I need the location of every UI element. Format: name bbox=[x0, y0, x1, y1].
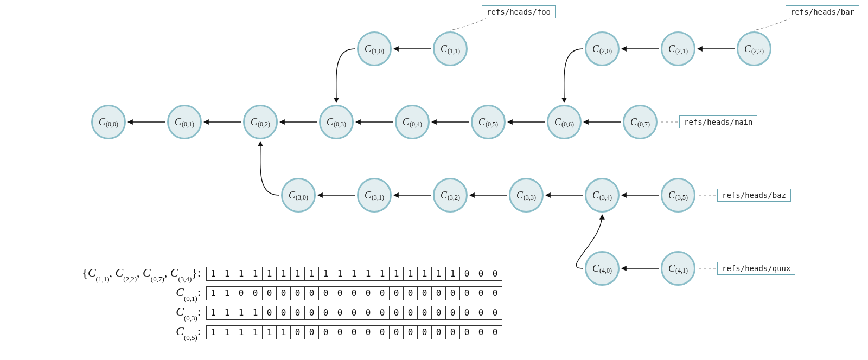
bit-cell: 1 bbox=[206, 325, 220, 339]
bit-cell: 0 bbox=[248, 286, 263, 300]
bitmap-table: {C(1,1), C(2,2), C(0,7), C(3,4)}:1111111… bbox=[16, 266, 526, 344]
commit-node-n21: C(2,1) bbox=[661, 31, 695, 66]
bitmap-row: C(0,3):111100000000000000000 bbox=[16, 305, 526, 321]
bit-cell: 0 bbox=[389, 325, 404, 339]
bit-cell: 1 bbox=[206, 286, 220, 300]
bit-cell: 0 bbox=[431, 306, 446, 320]
bit-cell: 1 bbox=[347, 267, 361, 281]
bitmap-bits: 111111111111111111000 bbox=[206, 267, 502, 281]
bit-cell: 0 bbox=[304, 306, 319, 320]
bit-cell: 0 bbox=[459, 325, 474, 339]
ref-label: refs/heads/quux bbox=[717, 262, 795, 275]
bit-cell: 0 bbox=[333, 286, 347, 300]
commit-node-n32: C(3,2) bbox=[433, 178, 468, 213]
bitmap-row-label: C(0,3): bbox=[16, 305, 206, 320]
bit-cell: 0 bbox=[389, 306, 404, 320]
bit-cell: 0 bbox=[474, 306, 488, 320]
bitmap-row: C(0,1):110000000000000000000 bbox=[16, 285, 526, 301]
bitmap-row: {C(1,1), C(2,2), C(0,7), C(3,4)}:1111111… bbox=[16, 266, 526, 282]
bit-cell: 1 bbox=[262, 325, 277, 339]
bit-cell: 0 bbox=[488, 325, 502, 339]
bit-cell: 0 bbox=[403, 286, 418, 300]
commit-node-n34: C(3,4) bbox=[585, 178, 620, 213]
bit-cell: 0 bbox=[417, 325, 432, 339]
bit-cell: 1 bbox=[318, 267, 333, 281]
bit-cell: 0 bbox=[304, 325, 319, 339]
bit-cell: 0 bbox=[375, 306, 390, 320]
commit-node-n41: C(4,1) bbox=[661, 251, 695, 286]
bit-cell: 0 bbox=[276, 286, 291, 300]
commit-node-n02: C(0,2) bbox=[243, 105, 278, 139]
bit-cell: 0 bbox=[474, 267, 488, 281]
bit-cell: 1 bbox=[361, 267, 375, 281]
bitmap-row-label: C(0,1): bbox=[16, 285, 206, 301]
bit-cell: 0 bbox=[333, 306, 347, 320]
bit-cell: 0 bbox=[445, 286, 460, 300]
bit-cell: 0 bbox=[304, 286, 319, 300]
bit-cell: 0 bbox=[417, 306, 432, 320]
bit-cell: 0 bbox=[290, 306, 305, 320]
commit-node-n35: C(3,5) bbox=[661, 178, 695, 213]
bit-cell: 0 bbox=[361, 325, 375, 339]
commit-node-n40: C(4,0) bbox=[585, 251, 620, 286]
bit-cell: 1 bbox=[276, 325, 291, 339]
bit-cell: 1 bbox=[375, 267, 390, 281]
commit-node-n07: C(0,7) bbox=[623, 105, 658, 139]
bit-cell: 0 bbox=[290, 325, 305, 339]
bit-cell: 0 bbox=[347, 325, 361, 339]
bit-cell: 1 bbox=[445, 267, 460, 281]
bit-cell: 1 bbox=[220, 267, 234, 281]
commit-node-n04: C(0,4) bbox=[395, 105, 430, 139]
bit-cell: 0 bbox=[488, 306, 502, 320]
bit-cell: 1 bbox=[234, 267, 248, 281]
commit-node-n30: C(3,0) bbox=[281, 178, 316, 213]
commit-node-n05: C(0,5) bbox=[471, 105, 506, 139]
bit-cell: 1 bbox=[417, 267, 432, 281]
bit-cell: 0 bbox=[417, 286, 432, 300]
bit-cell: 0 bbox=[318, 286, 333, 300]
bit-cell: 0 bbox=[403, 325, 418, 339]
bit-cell: 1 bbox=[290, 267, 305, 281]
bitmap-bits: 111100000000000000000 bbox=[206, 306, 502, 320]
bit-cell: 1 bbox=[431, 267, 446, 281]
bit-cell: 0 bbox=[431, 286, 446, 300]
bit-cell: 0 bbox=[488, 267, 502, 281]
bit-cell: 0 bbox=[262, 306, 277, 320]
commit-node-n20: C(2,0) bbox=[585, 31, 620, 66]
bit-cell: 0 bbox=[389, 286, 404, 300]
bitmap-bits: 110000000000000000000 bbox=[206, 286, 502, 300]
bit-cell: 1 bbox=[220, 286, 234, 300]
bit-cell: 1 bbox=[234, 325, 248, 339]
ref-label: refs/heads/foo bbox=[482, 5, 556, 18]
commit-node-n03: C(0,3) bbox=[319, 105, 354, 139]
bit-cell: 0 bbox=[431, 325, 446, 339]
bit-cell: 0 bbox=[375, 286, 390, 300]
bit-cell: 0 bbox=[262, 286, 277, 300]
commit-node-n31: C(3,1) bbox=[357, 178, 392, 213]
bit-cell: 1 bbox=[234, 306, 248, 320]
commit-node-n33: C(3,3) bbox=[509, 178, 544, 213]
bit-cell: 1 bbox=[220, 306, 234, 320]
bit-cell: 1 bbox=[248, 325, 263, 339]
bit-cell: 1 bbox=[248, 267, 263, 281]
bit-cell: 1 bbox=[262, 267, 277, 281]
bit-cell: 0 bbox=[375, 325, 390, 339]
bit-cell: 0 bbox=[474, 325, 488, 339]
bit-cell: 0 bbox=[276, 306, 291, 320]
commit-node-n00: C(0,0) bbox=[91, 105, 126, 139]
bit-cell: 0 bbox=[234, 286, 248, 300]
ref-label: refs/heads/main bbox=[679, 115, 757, 128]
bit-cell: 0 bbox=[445, 325, 460, 339]
bitmap-row: C(0,5):111111000000000000000 bbox=[16, 324, 526, 340]
bit-cell: 0 bbox=[318, 306, 333, 320]
commit-node-n11: C(1,1) bbox=[433, 31, 468, 66]
bit-cell: 1 bbox=[304, 267, 319, 281]
bit-cell: 0 bbox=[488, 286, 502, 300]
bit-cell: 0 bbox=[459, 267, 474, 281]
bit-cell: 0 bbox=[459, 306, 474, 320]
commit-node-n06: C(0,6) bbox=[547, 105, 582, 139]
bit-cell: 0 bbox=[347, 286, 361, 300]
bit-cell: 1 bbox=[206, 267, 220, 281]
bitmap-row-label: C(0,5): bbox=[16, 324, 206, 340]
bitmap-row-label: {C(1,1), C(2,2), C(0,7), C(3,4)}: bbox=[16, 266, 206, 281]
